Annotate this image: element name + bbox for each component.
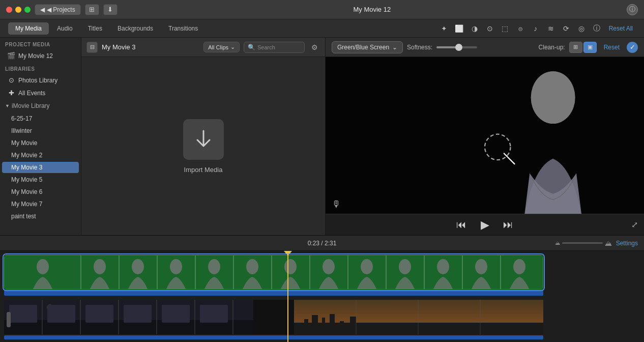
softness-thumb[interactable] <box>455 44 462 51</box>
tab-backgrounds[interactable]: Backgrounds <box>110 22 160 35</box>
noise-icon[interactable]: ◎ <box>575 22 588 35</box>
minimize-button[interactable] <box>15 7 21 13</box>
sidebar-item-label: My Movie 12 <box>18 52 53 60</box>
project-media-label: PROJECT MEDIA <box>0 38 81 49</box>
import-icon <box>183 119 224 160</box>
broll-track-wrapper <box>4 300 640 339</box>
sidebar-item-label: paint test <box>11 213 36 220</box>
sidebar-item-my-movie-2[interactable]: My Movie 2 <box>2 150 79 161</box>
sidebar-item-my-movie[interactable]: My Movie <box>2 137 79 149</box>
grid-view-button[interactable]: ⊞ <box>85 4 99 15</box>
chevron-down-icon: ⌄ <box>392 44 397 51</box>
tab-my-media[interactable]: My Media <box>8 22 49 35</box>
import-media-button[interactable]: Import Media <box>183 119 224 174</box>
settings-gear-button[interactable]: ⚙ <box>309 42 320 53</box>
sidebar-item-label: My Movie 6 <box>11 188 42 195</box>
svg-rect-41 <box>9 305 37 323</box>
skip-back-button[interactable]: ⏮ <box>454 218 469 232</box>
eq-icon[interactable]: ≋ <box>545 22 557 35</box>
info-icon[interactable]: ⓘ <box>591 22 603 35</box>
chevron-down-icon: ▼ <box>5 103 10 108</box>
effect-select[interactable]: Green/Blue Screen ⌄ <box>332 41 403 53</box>
sidebar-item-paint-test[interactable]: paint test <box>2 211 79 222</box>
svg-rect-54 <box>340 321 344 334</box>
main-video-track[interactable] <box>4 255 543 290</box>
color-wheel-icon[interactable]: ⊙ <box>484 22 496 35</box>
search-icon: 🔍 <box>248 44 255 51</box>
search-input[interactable] <box>257 44 298 50</box>
microphone-button[interactable]: 🎙 <box>332 199 341 210</box>
cleanup-fill-button[interactable]: ▣ <box>583 42 597 53</box>
sidebar-item-my-movie-5[interactable]: My Movie 5 <box>2 174 79 185</box>
svg-rect-51 <box>312 315 318 334</box>
sidebar-toggle-button[interactable]: ⊟ <box>86 42 98 53</box>
audio-icon[interactable]: ♪ <box>530 22 542 35</box>
svg-rect-46 <box>200 305 228 323</box>
import-label: Import Media <box>184 166 223 174</box>
sidebar-item-my-movie-6[interactable]: My Movie 6 <box>2 186 79 197</box>
broll-track[interactable] <box>4 300 543 334</box>
expand-button[interactable]: ⤢ <box>631 220 638 230</box>
info-button[interactable]: ⓘ <box>627 4 638 15</box>
svg-rect-43 <box>85 305 113 323</box>
media-content: Import Media <box>81 57 325 235</box>
sidebar-item-all-events[interactable]: ✚ All Events <box>2 87 79 99</box>
sidebar-item-my-movie-12[interactable]: 🎬 My Movie 12 <box>2 50 79 62</box>
sidebar-item-my-movie-7[interactable]: My Movie 7 <box>2 198 79 210</box>
color-correct-icon[interactable]: ◑ <box>469 22 481 35</box>
svg-point-21 <box>208 259 220 274</box>
time-display: 0:23 / 2:31 <box>308 240 337 247</box>
sidebar-item-label: 6-25-17 <box>11 115 32 122</box>
toolbar-icons: ✦ ⬜ ◑ ⊙ ⬚ ⌾ ♪ ≋ ⟳ ◎ ⓘ Reset All <box>438 22 636 35</box>
projects-label: ◀ Projects <box>47 6 75 13</box>
speed-icon[interactable]: ⟳ <box>560 22 572 35</box>
projects-button[interactable]: ◀ ◀ Projects <box>35 4 81 15</box>
cleanup-grid-button[interactable]: ⊞ <box>569 42 582 53</box>
all-clips-select[interactable]: All Clips ⌄ <box>203 42 240 52</box>
zoom-mountain-icon: ⛰ <box>555 240 560 246</box>
sidebar-item-illwinter[interactable]: Illwinter <box>2 125 79 136</box>
settings-label[interactable]: Settings <box>616 240 638 247</box>
magic-wand-icon[interactable]: ✦ <box>438 22 450 35</box>
play-button[interactable]: ▶ <box>478 218 492 232</box>
download-button[interactable]: ⬇ <box>103 4 118 15</box>
libraries-label: LIBRARIES <box>0 62 81 74</box>
camera-icon[interactable]: ⌾ <box>514 22 526 35</box>
scroll-handle[interactable] <box>7 312 11 327</box>
tab-audio[interactable]: Audio <box>50 22 80 35</box>
skip-forward-button[interactable]: ⏭ <box>501 218 515 232</box>
tab-titles[interactable]: Titles <box>81 22 109 35</box>
main-content: PROJECT MEDIA 🎬 My Movie 12 LIBRARIES ⊙ … <box>0 38 644 235</box>
svg-point-24 <box>323 259 335 274</box>
timeline-content[interactable] <box>0 251 644 342</box>
softness-label: Softness: <box>407 44 432 51</box>
crop-icon[interactable]: ⬜ <box>453 22 465 35</box>
svg-rect-0 <box>326 57 644 214</box>
svg-rect-42 <box>47 305 75 323</box>
fullscreen-button[interactable] <box>24 7 31 13</box>
timeline-settings: ⛰ ⛰ Settings <box>555 239 638 247</box>
track-container <box>0 255 644 339</box>
titlebar-left: ◀ ◀ Projects ⊞ ⬇ <box>6 4 118 15</box>
svg-rect-44 <box>124 305 152 323</box>
video-canvas <box>326 57 644 214</box>
tabbar: My Media Audio Titles Backgrounds Transi… <box>0 19 644 38</box>
softness-slider[interactable] <box>436 46 477 48</box>
reset-button[interactable]: Reset <box>601 42 623 52</box>
svg-point-1 <box>531 71 575 124</box>
sidebar-item-imovie-library[interactable]: ▼ iMovie Library <box>2 100 79 111</box>
confirm-button[interactable]: ✓ <box>627 42 638 53</box>
svg-rect-50 <box>304 319 308 334</box>
sidebar-item-label: My Movie 2 <box>11 152 42 159</box>
broll-clip-2 <box>294 300 543 334</box>
sidebar-item-my-movie-3[interactable]: My Movie 3 <box>2 162 79 173</box>
preview-controls: ⏮ ▶ ⏭ ⤢ <box>326 214 644 235</box>
media-browser: ⊟ My Movie 3 All Clips ⌄ 🔍 ⚙ Import Medi… <box>81 38 326 235</box>
tab-transitions[interactable]: Transitions <box>161 22 205 35</box>
sidebar-item-6-25-17[interactable]: 6-25-17 <box>2 113 79 124</box>
sidebar-item-photos-library[interactable]: ⊙ Photos Library <box>2 74 79 86</box>
crop2-icon[interactable]: ⬚ <box>499 22 511 35</box>
zoom-slider[interactable] <box>562 242 603 244</box>
close-button[interactable] <box>6 7 12 13</box>
reset-all-button[interactable]: Reset All <box>606 23 636 34</box>
